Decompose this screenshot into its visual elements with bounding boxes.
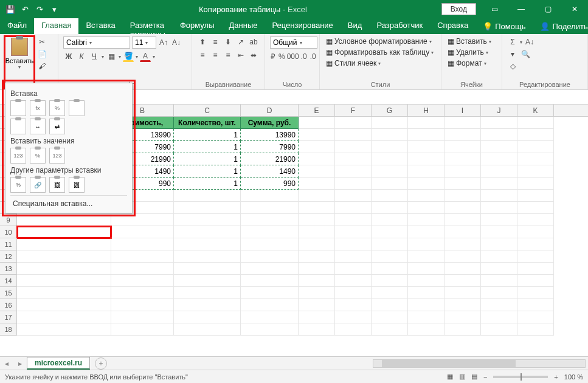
decrease-decimal-icon[interactable]: .0 (310, 51, 317, 62)
cell[interactable] (517, 202, 554, 214)
cell[interactable] (372, 214, 408, 226)
cell[interactable] (299, 250, 335, 263)
col-header[interactable]: E (299, 105, 335, 116)
align-top-icon[interactable]: ⬆ (197, 36, 208, 47)
cell-styles-button[interactable]: ▦Стили ячеек▾ (325, 58, 436, 68)
cell[interactable] (174, 238, 241, 250)
cell[interactable]: 1 (174, 178, 241, 190)
align-center-icon[interactable]: ≡ (210, 50, 221, 61)
row-header[interactable]: 15 (0, 287, 17, 299)
cell[interactable] (111, 287, 174, 299)
cell[interactable] (17, 226, 111, 238)
zoom-level[interactable]: 100 % (564, 373, 583, 381)
cell[interactable] (299, 263, 335, 275)
cell[interactable] (372, 299, 408, 311)
decrease-indent-icon[interactable]: ⇤ (235, 50, 246, 61)
cell[interactable] (481, 141, 517, 153)
delete-cells-button[interactable]: ▦Удалить▾ (446, 47, 497, 57)
paste-column-width-icon[interactable]: ↔ (30, 119, 46, 134)
cell[interactable] (481, 117, 517, 129)
tab-formulas[interactable]: Формулы (173, 18, 222, 34)
cell[interactable] (517, 323, 554, 336)
format-painter-icon[interactable]: 🖌 (36, 61, 47, 72)
col-header[interactable]: C (174, 105, 241, 116)
cell[interactable] (17, 250, 111, 263)
cell[interactable] (481, 238, 517, 250)
format-cells-button[interactable]: ▦Формат▾ (446, 58, 497, 68)
paste-picture-icon[interactable]: 🖼 (49, 177, 65, 193)
cell[interactable] (174, 214, 241, 226)
paste-values-format-icon[interactable]: 123 (49, 148, 65, 164)
cell[interactable] (517, 226, 554, 238)
save-icon[interactable]: 💾 (5, 4, 16, 15)
comma-icon[interactable]: 000 (288, 51, 299, 62)
cell[interactable] (372, 117, 408, 129)
cell[interactable] (299, 275, 335, 287)
cell[interactable] (517, 165, 554, 178)
cell[interactable] (372, 263, 408, 275)
cell[interactable] (299, 190, 335, 202)
fill-icon[interactable]: ▾ (507, 49, 518, 60)
cell[interactable] (444, 250, 481, 263)
row-header[interactable]: 11 (0, 238, 17, 250)
signin-button[interactable]: Вход (441, 3, 476, 15)
cell[interactable] (481, 275, 517, 287)
cell[interactable] (444, 263, 481, 275)
cell[interactable] (299, 178, 335, 190)
cell[interactable] (444, 129, 481, 141)
cell[interactable] (517, 311, 554, 323)
number-format-select[interactable]: Общий▾ (270, 36, 317, 49)
cell[interactable] (372, 250, 408, 263)
paste-formulas-number-icon[interactable]: % (49, 100, 65, 116)
share-button[interactable]: 👤Поделиться (533, 18, 588, 34)
cell[interactable] (335, 299, 372, 311)
cell[interactable] (335, 263, 372, 275)
row-header[interactable]: 9 (0, 214, 17, 226)
tab-file[interactable]: Файл (0, 18, 34, 34)
cell[interactable] (174, 323, 241, 336)
cell[interactable] (372, 311, 408, 323)
cell[interactable] (241, 323, 299, 336)
cell[interactable] (111, 238, 174, 250)
clear-icon[interactable]: ◇ (507, 61, 518, 72)
cell[interactable]: 990 (241, 178, 299, 190)
cell[interactable] (335, 238, 372, 250)
sheet-tab[interactable]: microexcel.ru (27, 357, 90, 370)
paste-linked-picture-icon[interactable]: 🖼 (69, 177, 85, 193)
cell[interactable] (335, 214, 372, 226)
cell[interactable] (17, 287, 111, 299)
row-header[interactable]: 13 (0, 263, 17, 275)
cell[interactable] (517, 129, 554, 141)
paste-source-format-icon[interactable] (69, 100, 85, 116)
cell[interactable] (372, 190, 408, 202)
cell[interactable] (299, 141, 335, 153)
cell[interactable] (481, 226, 517, 238)
row-header[interactable]: 17 (0, 311, 17, 323)
cell[interactable] (174, 190, 241, 202)
font-size-select[interactable]: 11▾ (132, 36, 156, 49)
cell[interactable] (241, 238, 299, 250)
cell[interactable]: 7990 (241, 141, 299, 153)
cell[interactable] (408, 129, 444, 141)
cell[interactable] (174, 226, 241, 238)
cell[interactable] (335, 311, 372, 323)
cell[interactable] (517, 238, 554, 250)
cell[interactable] (335, 287, 372, 299)
cell[interactable] (372, 323, 408, 336)
cell[interactable] (17, 299, 111, 311)
cell[interactable] (481, 287, 517, 299)
cell[interactable] (408, 311, 444, 323)
sheet-nav-next-icon[interactable]: ▸ (13, 359, 27, 368)
cell[interactable] (299, 226, 335, 238)
cell[interactable] (408, 226, 444, 238)
cell[interactable] (481, 250, 517, 263)
italic-button[interactable]: К (76, 51, 87, 62)
cell[interactable] (372, 202, 408, 214)
cell[interactable] (299, 238, 335, 250)
zoom-out-icon[interactable]: − (483, 373, 487, 381)
minimize-icon[interactable]: — (508, 0, 534, 18)
cell[interactable] (372, 129, 408, 141)
horizontal-scrollbar[interactable] (373, 359, 586, 368)
cell[interactable] (241, 299, 299, 311)
copy-icon[interactable]: 📄 (36, 49, 47, 60)
